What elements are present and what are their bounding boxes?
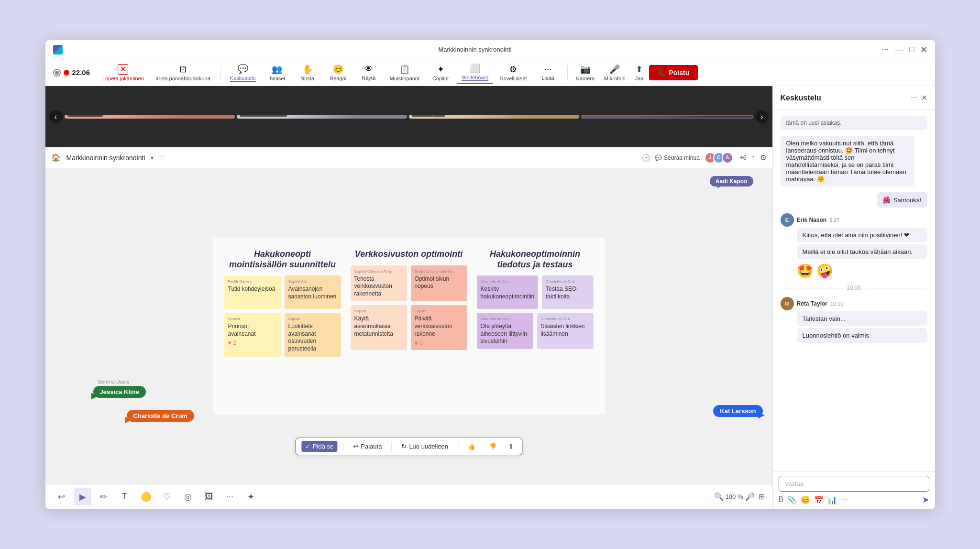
heart-reaction-2: ♥ 0 xyxy=(415,340,463,346)
redo-button[interactable]: ↻ Luo uudelleen xyxy=(397,441,452,452)
shape-button[interactable]: ♡ xyxy=(158,488,176,505)
chat-input-toolbar: B 📎 😊 📅 📊 ··· ➤ xyxy=(779,494,929,505)
wb-card-text: Ota yhteyttä aiheeseen liittyviin sivust… xyxy=(481,323,529,345)
meeting-title[interactable]: Markkinoinnin synkronointi xyxy=(66,154,145,162)
video-thumb-serena: Serena Davis xyxy=(581,115,753,119)
notes-button[interactable]: 📋 Muistinpanot xyxy=(385,62,424,83)
wb-col-1-cards: Factilr Daniels Tutki kohdeyleisöä Copil… xyxy=(224,275,341,403)
wb-card-label: Charlotte de Crur xyxy=(481,317,529,321)
follow-me-button[interactable]: 💬 Seuraa minua xyxy=(655,154,700,161)
send-button[interactable]: ➤ xyxy=(922,494,929,505)
shield-icon xyxy=(53,69,61,77)
wb-card-text: Keskity hakukoneoptimointiin xyxy=(481,285,535,300)
pen-tool-button[interactable]: ✏ xyxy=(95,488,112,505)
copilot-tool-button[interactable]: ✦ xyxy=(242,488,260,505)
jessica-name: Jessica Kline xyxy=(67,115,103,117)
chat-bubble-reta: Tarkistan vain... xyxy=(797,311,927,326)
wb-card: Copilot Colorada Torq Tehosta verkkosivu… xyxy=(351,265,407,302)
undo-tool-button[interactable]: ↩ xyxy=(53,488,70,505)
wb-card-row-2-2: Copilot Käytä asianmukaisia metatunniste… xyxy=(351,305,467,350)
wb-col-2-cards: Copilot Colorada Torq Tehosta verkkosivu… xyxy=(351,265,467,403)
apps-button[interactable]: ⚙ Sovellukset xyxy=(495,62,531,83)
call-timer: 22.06 xyxy=(72,68,90,77)
chart-icon[interactable]: 📊 xyxy=(827,495,837,505)
fit-view-button[interactable]: ⊞ xyxy=(759,492,765,501)
like-button[interactable]: 👍 xyxy=(464,441,479,452)
raise-hand-icon: ✋ xyxy=(302,64,313,75)
maximize-btn[interactable]: □ xyxy=(909,44,914,55)
share-button[interactable]: ↑ xyxy=(751,154,755,162)
emoji-icon[interactable]: 😊 xyxy=(801,495,810,505)
mic-button[interactable]: 🎤 Mikrofoni xyxy=(600,62,629,83)
raise-hand-button[interactable]: ✋ Nosta xyxy=(293,62,322,83)
select-icon: ▶ xyxy=(79,492,86,502)
chat-input-area: Vastaa B 📎 😊 📅 📊 ··· ➤ xyxy=(773,472,935,509)
undo-button[interactable]: ↩ Palauta xyxy=(349,441,385,452)
minimize-btn[interactable]: — xyxy=(895,44,903,55)
undo-icon: ↩ xyxy=(353,443,358,450)
chat-emojis: 🤩 🤪 xyxy=(797,263,927,279)
pen-icon: ✏ xyxy=(100,492,107,502)
wb-card-label: Copilot xyxy=(415,309,463,313)
stop-share-icon: ✕ xyxy=(118,64,128,75)
title-dropdown-icon[interactable]: ▾ xyxy=(151,154,154,161)
wb-card-label: Charlotte de Crur xyxy=(541,317,590,321)
dislike-button[interactable]: 👎 xyxy=(485,441,500,452)
heart-icon: ♡ xyxy=(163,492,171,502)
home-icon[interactable]: 🏠 xyxy=(51,153,61,162)
template-button[interactable]: ◎ xyxy=(179,488,197,505)
wb-card-row-1-2: Copilot Priorisoi avainsanat ♥ 2 Copilot… xyxy=(224,313,341,356)
view-button[interactable]: 👁 Näytä xyxy=(354,62,383,83)
wb-card: Charlotte de Crur Ota yhteyttä aiheeseen… xyxy=(477,313,533,349)
more-tools-button[interactable]: ··· xyxy=(221,488,239,505)
more-button[interactable]: ··· Lisää xyxy=(534,62,562,83)
zoom-out-button[interactable]: 🔍 xyxy=(714,492,724,501)
whiteboard-area: ▶ Aadi Kapoo Hakukoneopti mointisisällön… xyxy=(45,168,772,484)
time-divider: 10.00 xyxy=(781,285,927,291)
camera-button[interactable]: 📷 Kamera xyxy=(573,62,599,83)
serena-name: Serena Davis xyxy=(585,115,621,116)
zoom-in-button[interactable]: 🔎 xyxy=(745,492,755,501)
share-screen-button[interactable]: ⬆ Jaa xyxy=(631,62,648,83)
select-tool-button[interactable]: ▶ xyxy=(74,488,91,505)
people-icon: 👥 xyxy=(272,64,282,75)
attach-icon[interactable]: 📎 xyxy=(787,495,797,505)
react-button[interactable]: 😊 Reagoi xyxy=(324,62,352,83)
chat-input-field[interactable]: Vastaa xyxy=(779,476,929,492)
stop-share-button[interactable]: ✕ Lopeta jakaminen xyxy=(98,62,149,83)
aadi-name: Aadi Kapoor xyxy=(412,115,446,117)
jessica-tag: Jessica Kline xyxy=(93,386,146,398)
chat-button[interactable]: 💬 Keskustelu xyxy=(225,62,261,84)
video-next-button[interactable]: › xyxy=(755,110,769,123)
close-btn[interactable]: ✕ xyxy=(920,44,927,55)
whiteboard-canvas[interactable]: Hakukoneopti mointisisällön suunnittelu … xyxy=(213,238,605,415)
wb-card-row-3-2: Charlotte de Crur Ota yhteyttä aiheeseen… xyxy=(477,313,594,349)
bold-icon[interactable]: B xyxy=(779,495,784,504)
sticky-note-button[interactable]: 🟡 xyxy=(137,488,154,505)
more-options-btn[interactable]: ··· xyxy=(882,44,889,55)
image-icon: 🖼 xyxy=(205,492,213,502)
participant-avatars: J C A xyxy=(705,152,733,164)
wb-card-label: Copilot Azti xyxy=(288,279,337,284)
chat-options-icon[interactable]: ··· xyxy=(911,93,917,102)
chat-icon: 💬 xyxy=(238,64,248,74)
settings-button[interactable]: ⚙ xyxy=(760,153,767,162)
more-chat-icon[interactable]: ··· xyxy=(841,495,847,504)
avatar-3[interactable]: A xyxy=(722,152,733,164)
keep-button[interactable]: ✓ Pidä se xyxy=(301,441,337,452)
chat-close-icon[interactable]: ✕ xyxy=(921,93,927,102)
copilot-button[interactable]: ✦ Copilot xyxy=(426,62,455,83)
people-button[interactable]: 👥 Ihmiset xyxy=(263,62,291,83)
leave-call-button[interactable]: 📞 Poistu xyxy=(649,65,698,80)
image-button[interactable]: 🖼 xyxy=(200,488,218,505)
calendar-icon[interactable]: 📅 xyxy=(814,495,824,505)
unpin-button[interactable]: ⊡ Irrota ponnahdusikkuna xyxy=(151,62,215,83)
info-button[interactable]: ℹ xyxy=(506,441,516,452)
whiteboard-button[interactable]: ⬜ Whiteboard xyxy=(457,61,493,84)
chat-bubble-erik-2: Meillä ei ole ollut taukoa vähään aikaan… xyxy=(797,244,927,259)
text-tool-button[interactable]: T xyxy=(116,488,133,505)
wb-card-text: Priorisoi avainsanat xyxy=(228,323,277,338)
wb-card-text: Optimoi sivun nopeus xyxy=(415,275,463,290)
video-prev-button[interactable]: ‹ xyxy=(49,110,63,123)
copilot-tool-icon: ✦ xyxy=(247,492,254,502)
